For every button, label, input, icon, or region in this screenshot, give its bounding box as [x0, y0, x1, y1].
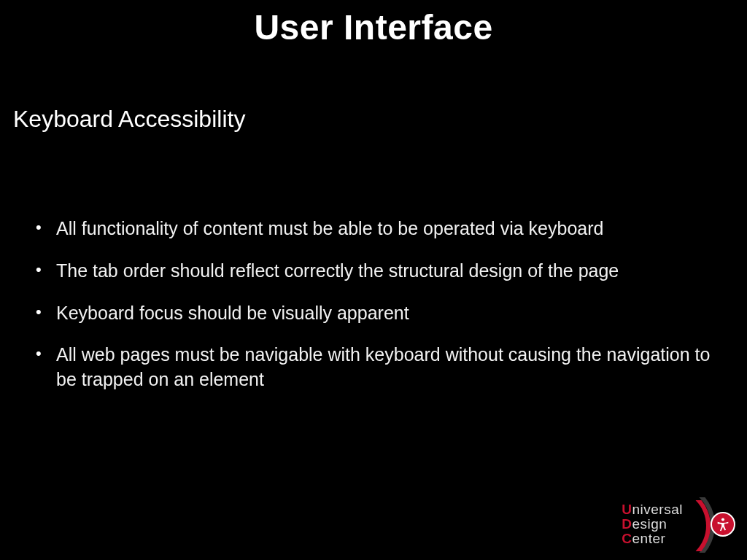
logo-text: Universal Design Center: [622, 502, 683, 546]
svg-point-0: [721, 518, 724, 521]
list-item: All web pages must be navigable with key…: [33, 343, 718, 392]
logo-cap-d: D: [622, 516, 632, 532]
accessibility-icon: [711, 512, 735, 537]
slide-title: User Interface: [0, 0, 747, 47]
logo-cap-u: U: [622, 502, 632, 517]
list-item: Keyboard focus should be visually appare…: [33, 301, 718, 326]
logo-rest-1: niversal: [632, 502, 683, 517]
bullet-list: All functionality of content must be abl…: [0, 133, 747, 392]
list-item: The tab order should reflect correctly t…: [33, 259, 718, 284]
logo-cap-c: C: [622, 531, 632, 546]
slide-subtitle: Keyboard Accessibility: [0, 47, 747, 133]
list-item: All functionality of content must be abl…: [33, 217, 718, 241]
logo-rest-3: enter: [632, 531, 666, 546]
footer-logo: Universal Design Center: [622, 499, 735, 550]
logo-rest-2: esign: [632, 516, 667, 532]
swoosh-icon: [686, 499, 706, 550]
